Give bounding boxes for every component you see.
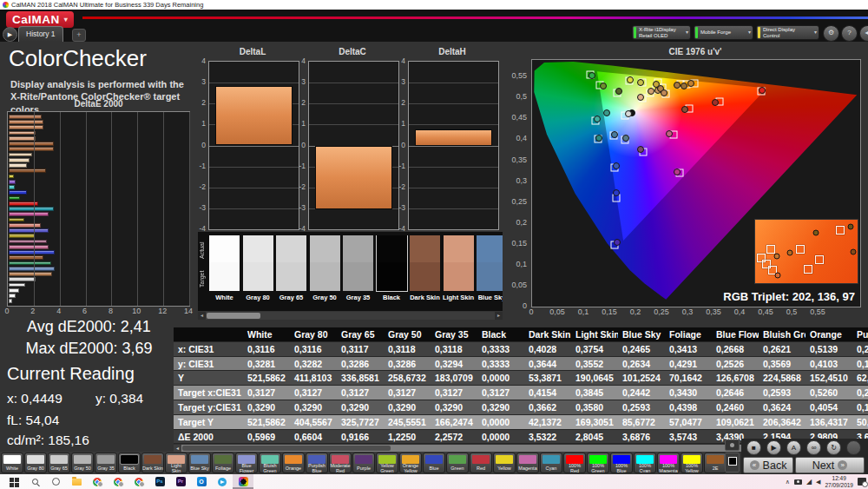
swatch-scrollbar-thumb[interactable] bbox=[207, 313, 260, 319]
axis-tick-label: 0,2 bbox=[516, 218, 527, 227]
deltah-bar bbox=[415, 129, 492, 145]
pattern-100-green[interactable]: 100% Green bbox=[587, 453, 609, 473]
volume-icon[interactable]: ◀ bbox=[816, 479, 820, 486]
taskbar-cortana[interactable] bbox=[45, 474, 66, 489]
swatch-black[interactable]: Black bbox=[377, 235, 407, 308]
pattern-white[interactable]: White bbox=[1, 453, 23, 473]
collapse-panel-icon[interactable]: ◀ bbox=[859, 25, 868, 42]
pattern-100-yellow[interactable]: 100% Yellow bbox=[681, 453, 703, 473]
pattern-gray-35[interactable]: Gray 35 bbox=[95, 453, 117, 473]
table-scrollbar-thumb[interactable] bbox=[182, 446, 391, 451]
table-cell: 3,5743 bbox=[665, 430, 712, 445]
axis-tick-label: 4 bbox=[201, 56, 206, 65]
swatch-dark-skin[interactable]: Dark Skin bbox=[410, 235, 440, 308]
swatch-light-skin[interactable]: Light Skin bbox=[444, 235, 474, 308]
clock[interactable]: 12:49 27/09/2019 bbox=[825, 475, 853, 489]
tray-expand-icon[interactable]: ∧ bbox=[786, 479, 790, 486]
extra-button[interactable] bbox=[846, 440, 861, 455]
pattern-orange-yellow[interactable]: Orange Yellow bbox=[399, 453, 422, 473]
table-header-row: WhiteGray 80Gray 65Gray 50Gray 35BlackDa… bbox=[174, 327, 868, 342]
network-icon[interactable]: ◢ bbox=[806, 479, 812, 486]
pattern-green[interactable]: Green bbox=[446, 453, 469, 473]
pattern-yellow[interactable]: Yellow bbox=[493, 453, 516, 473]
play-button[interactable]: ▶ bbox=[766, 440, 781, 455]
window-title-bar[interactable]: CalMAN 2018 CalMAN Ultimate for Business… bbox=[0, 0, 868, 10]
page-description: Display analysis is performed with the X… bbox=[10, 78, 195, 116]
axis-tick-label: 1 bbox=[201, 119, 206, 128]
swatch-gray-65[interactable]: Gray 65 bbox=[276, 235, 306, 308]
current-y-readout: y: 0,384 bbox=[95, 391, 143, 406]
next-button[interactable]: Next » bbox=[795, 457, 865, 473]
pattern-foliage[interactable]: Foliage bbox=[212, 453, 234, 473]
pattern-dark-skin[interactable]: Dark Skin bbox=[141, 453, 164, 473]
pattern-light-skin[interactable]: Light Skin bbox=[165, 453, 187, 473]
scroll-left-icon[interactable]: ◂ bbox=[198, 312, 206, 320]
pattern-100-cyan[interactable]: 100% Cyan bbox=[634, 453, 656, 473]
swatch-gray-50[interactable]: Gray 50 bbox=[310, 235, 340, 308]
pattern-2e[interactable]: 2E bbox=[704, 453, 726, 473]
pattern-preview-button[interactable] bbox=[725, 439, 740, 451]
taskbar-start[interactable] bbox=[3, 474, 24, 489]
back-button[interactable]: « Back bbox=[743, 457, 793, 473]
pattern-magenta[interactable]: Magenta bbox=[516, 453, 539, 473]
pattern-orange[interactable]: Orange bbox=[282, 453, 305, 473]
continuous-button[interactable]: ∞ bbox=[806, 440, 821, 455]
pattern-blue-flower[interactable]: Blue Flower bbox=[235, 453, 258, 473]
pattern-red[interactable]: Red bbox=[470, 453, 492, 473]
swatch-gray-35[interactable]: Gray 35 bbox=[343, 235, 373, 308]
pattern-purple[interactable]: Purple bbox=[352, 453, 375, 473]
axis-tick-label: 0 bbox=[301, 141, 306, 149]
camera-icon[interactable] bbox=[794, 479, 802, 485]
notifications-icon[interactable] bbox=[858, 478, 866, 486]
measured-point bbox=[611, 131, 618, 138]
auto-advance-button[interactable]: A bbox=[786, 440, 801, 455]
taskbar-chrome[interactable] bbox=[108, 474, 128, 489]
pattern-100-red[interactable]: 100% Red bbox=[563, 453, 586, 473]
pattern-cyan[interactable]: Cyan bbox=[540, 453, 562, 473]
taskbar-telegram[interactable] bbox=[212, 474, 233, 489]
pattern-bluish-green[interactable]: Bluish Green bbox=[259, 453, 281, 473]
pattern-gray-80[interactable]: Gray 80 bbox=[24, 453, 47, 473]
tab-history-1[interactable]: History 1 bbox=[18, 26, 63, 42]
pattern-yellow-green[interactable]: Yellow Green bbox=[376, 453, 398, 473]
deltah-chart: DeltaH 43210-1-2-3-4 bbox=[397, 47, 499, 231]
taskbar-file-explorer[interactable] bbox=[66, 474, 87, 489]
table-cell: 404,5567 bbox=[290, 415, 337, 430]
pattern-purplish-blue[interactable]: Purplish Blue bbox=[306, 453, 328, 473]
scroll-right-icon[interactable]: ▸ bbox=[495, 312, 503, 320]
pattern-gray-50[interactable]: Gray 50 bbox=[71, 453, 94, 473]
stop-button[interactable]: ■ bbox=[746, 440, 761, 455]
taskbar-search[interactable] bbox=[24, 474, 45, 489]
swatch-blue-sky[interactable]: Blue Sky bbox=[477, 235, 503, 308]
pattern-blue-sky[interactable]: Blue Sky bbox=[188, 453, 211, 473]
taskbar-premiere[interactable]: Pr bbox=[170, 474, 191, 489]
tab-menu-button[interactable]: ▶ bbox=[3, 27, 17, 42]
scroll-left-icon[interactable]: ◂ bbox=[174, 445, 181, 452]
swatch-gray-80[interactable]: Gray 80 bbox=[243, 235, 273, 308]
taskbar-calman[interactable] bbox=[233, 474, 253, 489]
pattern-window-button[interactable] bbox=[725, 453, 740, 472]
display-control-dropdown[interactable]: Direct Display Control ▾ bbox=[756, 25, 819, 40]
pattern-black[interactable]: Black bbox=[118, 453, 141, 473]
meter-dropdown[interactable]: X-Rite i1Display Retail OLED ▾ bbox=[632, 25, 691, 40]
axis-tick-label: 14 bbox=[184, 307, 193, 315]
help-icon[interactable]: ? bbox=[841, 25, 858, 42]
row-label: ΔE 2000 bbox=[174, 430, 243, 445]
swatch-white[interactable]: White bbox=[209, 235, 240, 308]
add-tab-button[interactable]: + bbox=[72, 29, 86, 42]
pattern-100-magenta[interactable]: 100% Magenta bbox=[657, 453, 680, 473]
taskbar-chrome[interactable] bbox=[87, 474, 108, 489]
pattern-moderate-red[interactable]: Moderate Red bbox=[329, 453, 352, 473]
taskbar-chrome[interactable] bbox=[128, 474, 149, 489]
pattern-gray-65[interactable]: Gray 65 bbox=[48, 453, 70, 473]
axis-tick-label: 0,3 bbox=[682, 307, 694, 316]
refresh-button[interactable]: ↻ bbox=[826, 440, 841, 455]
taskbar-photoshop[interactable]: Ps bbox=[149, 474, 170, 489]
taskbar-outlook[interactable]: O bbox=[191, 474, 212, 489]
swatch-scrollbar[interactable]: ◂ ▸ bbox=[198, 312, 503, 320]
pattern-blue[interactable]: Blue bbox=[423, 453, 445, 473]
deltae-bar bbox=[9, 147, 54, 151]
pattern-100-blue[interactable]: 100% Blue bbox=[610, 453, 633, 473]
source-dropdown[interactable]: Mobile Forge ▾ bbox=[694, 25, 753, 40]
settings-gear-icon[interactable]: ⚙ bbox=[823, 25, 839, 42]
